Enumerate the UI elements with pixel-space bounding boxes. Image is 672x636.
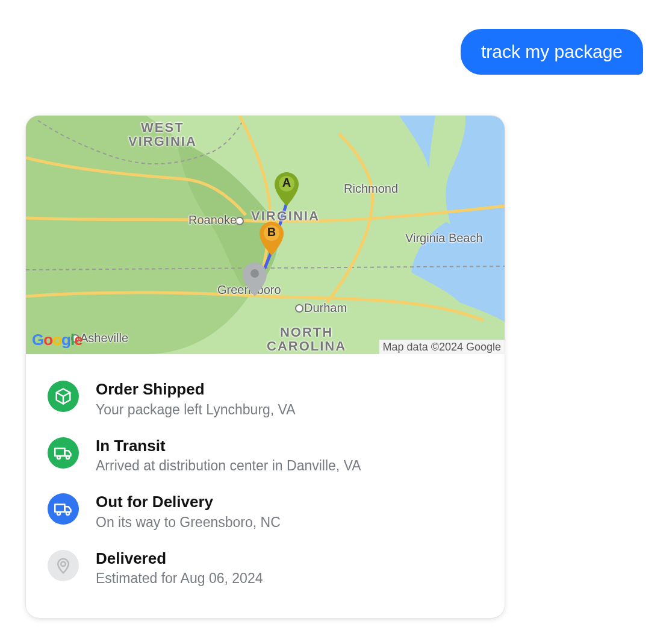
timeline-step: In Transit Arrived at distribution cente… [48, 428, 483, 484]
chat-canvas: track my package [0, 0, 672, 636]
user-message-bubble: track my package [461, 29, 643, 75]
timeline-step: Order Shipped Your package left Lynchbur… [48, 371, 483, 428]
svg-rect-8 [55, 505, 64, 513]
truck-icon [48, 493, 79, 525]
package-icon [48, 381, 79, 412]
step-title: Out for Delivery [96, 492, 281, 512]
svg-point-11 [61, 561, 66, 566]
step-title: In Transit [96, 436, 361, 456]
step-subtitle: On its way to Greensboro, NC [96, 513, 281, 532]
tracking-card: WEST VIRGINIA VIRGINIA NORTH CAROLINA Ro… [26, 116, 505, 618]
step-subtitle: Your package left Lynchburg, VA [96, 401, 296, 419]
timeline-step: Out for Delivery On its way to Greensbor… [48, 484, 483, 540]
step-subtitle: Estimated for Aug 06, 2024 [96, 569, 263, 588]
step-title: Order Shipped [96, 379, 296, 399]
tracking-timeline: Order Shipped Your package left Lynchbur… [26, 354, 505, 618]
svg-point-10 [66, 512, 69, 515]
map-background [26, 116, 505, 354]
timeline-step: Delivered Estimated for Aug 06, 2024 [48, 540, 483, 597]
location-pin-icon [48, 550, 79, 581]
truck-icon [48, 437, 79, 469]
user-message-text: track my package [481, 42, 623, 61]
step-title: Delivered [96, 549, 263, 569]
svg-point-9 [57, 512, 60, 515]
svg-rect-5 [55, 448, 64, 456]
svg-point-7 [66, 456, 69, 459]
step-subtitle: Arrived at distribution center in Danvil… [96, 457, 361, 475]
tracking-map[interactable]: WEST VIRGINIA VIRGINIA NORTH CAROLINA Ro… [26, 116, 505, 354]
svg-point-6 [57, 456, 60, 459]
